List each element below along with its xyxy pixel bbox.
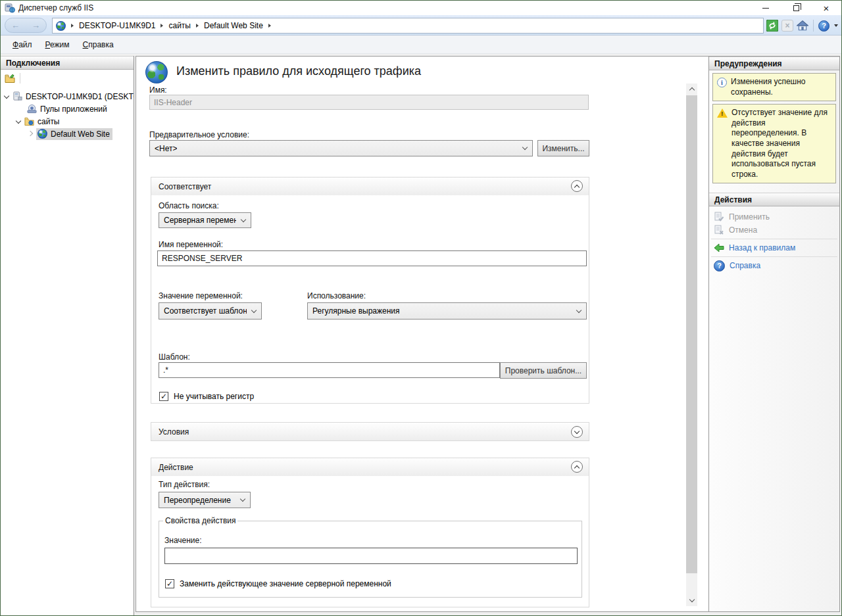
breadcrumb-arrow-icon [196, 24, 199, 28]
workspace: Подключения DESKTOP-U1MK9D1 (DESKTOP Пул… [1, 54, 841, 615]
action-type-label: Тип действия: [159, 480, 210, 489]
close-button[interactable]: × [811, 1, 841, 15]
toolbar-separator [20, 73, 20, 83]
using-select[interactable]: Регулярные выражения [307, 302, 587, 320]
address-bar: ← → DESKTOP-U1MK9D1 сайты Default Web Si… [1, 15, 841, 36]
breadcrumb-item-server[interactable]: DESKTOP-U1MK9D1 [79, 21, 155, 30]
tree-item-label: Пулы приложений [40, 105, 107, 114]
breadcrumb: DESKTOP-U1MK9D1 сайты Default Web Site [52, 18, 764, 34]
collapse-chevron-icon[interactable] [16, 118, 21, 123]
minimize-button[interactable] [751, 1, 781, 15]
expand-section-button[interactable] [571, 426, 583, 438]
title-bar: Диспетчер служб IIS × [1, 1, 841, 15]
actions-header: Действия [709, 193, 839, 206]
close-icon: × [824, 3, 830, 13]
action-properties-group: Свойства действия Значение: Заменить дей… [159, 516, 582, 598]
variable-value-label: Значение переменной: [159, 291, 243, 300]
stop-icon: × [781, 20, 793, 32]
tree-item-sites[interactable]: сайты [1, 115, 134, 128]
action-section: Действие Тип действия: Переопределение С… [151, 458, 589, 607]
alerts-header: Предупреждения [709, 57, 839, 70]
connections-tree: DESKTOP-U1MK9D1 (DESKTOP Пулы приложений… [1, 87, 134, 140]
back-to-rules-link[interactable]: Назад к правилам [709, 241, 839, 254]
conditions-section: Условия [151, 422, 589, 441]
help-icon[interactable]: ? [818, 20, 830, 32]
action-value-input[interactable] [164, 548, 578, 564]
chevron-down-icon [241, 216, 246, 222]
scroll-up-button[interactable] [686, 83, 697, 95]
help-label: Справка [730, 261, 760, 270]
help-link[interactable]: ? Справка [709, 259, 839, 272]
breadcrumb-arrow-icon [71, 24, 74, 28]
scrollbar-thumb[interactable] [686, 95, 697, 573]
app-pools-icon [27, 104, 37, 114]
refresh-icon[interactable] [766, 20, 778, 32]
back-button[interactable]: ← [11, 20, 20, 30]
connections-toolbar [1, 70, 134, 87]
divider [711, 256, 837, 257]
action-section-header[interactable]: Действие [151, 458, 589, 476]
menu-file[interactable]: Файл [6, 40, 39, 49]
collapse-section-button[interactable] [571, 180, 583, 192]
chevron-down-icon [576, 307, 582, 312]
scroll-down-button[interactable] [686, 595, 697, 606]
replace-value-checkbox-row: Заменить действующее значение серверной … [165, 579, 391, 588]
help-dropdown-icon[interactable] [834, 24, 838, 27]
expand-chevron-icon[interactable] [28, 130, 33, 135]
action-type-select[interactable]: Переопределение [159, 492, 251, 508]
variable-value-select[interactable]: Соответствует шаблону [159, 302, 262, 320]
warning-icon [717, 108, 728, 118]
page-title: Изменить правило для исходящего трафика [176, 64, 421, 78]
tree-item-server[interactable]: DESKTOP-U1MK9D1 (DESKTOP [1, 90, 134, 103]
collapse-section-button[interactable] [571, 461, 583, 473]
sites-folder-icon [24, 116, 34, 126]
chevron-up-icon [689, 87, 694, 93]
collapse-chevron-icon[interactable] [4, 93, 9, 98]
test-pattern-button[interactable]: Проверить шаблон... [500, 362, 587, 379]
edit-precondition-button[interactable]: Изменить... [537, 140, 589, 156]
chevron-down-icon [574, 428, 580, 433]
restore-icon [793, 5, 799, 11]
chevron-down-icon [522, 145, 528, 150]
pattern-input[interactable] [159, 362, 500, 378]
back-label: Назад к правилам [729, 243, 795, 252]
menu-view[interactable]: Режим [39, 40, 76, 49]
feature-globe-icon [145, 61, 168, 83]
forward-button[interactable]: → [32, 20, 40, 30]
app-icon [5, 3, 15, 13]
server-icon [12, 91, 22, 101]
toolbar-separator [813, 20, 814, 32]
minimize-icon [762, 8, 769, 9]
cancel-action: Отмена [709, 224, 839, 237]
iis-manager-window: Диспетчер служб IIS × ← → DESKTOP-U1MK9D… [0, 0, 842, 616]
variable-name-input[interactable] [157, 250, 587, 266]
match-section-header[interactable]: Соответствует [151, 178, 589, 195]
name-label: Имя: [149, 85, 167, 95]
menu-bar: Файл Режим Справка [1, 36, 841, 54]
back-arrow-icon [714, 243, 724, 253]
menu-help[interactable]: Справка [76, 40, 120, 49]
connections-header: Подключения [1, 56, 134, 70]
window-title: Диспетчер служб IIS [18, 3, 93, 12]
scope-select[interactable]: Серверная переменн [159, 212, 251, 228]
actions-list: Применить Отмена Назад к правилам ? Спра… [709, 206, 839, 272]
breadcrumb-item-site[interactable]: Default Web Site [204, 21, 263, 30]
apply-icon [714, 212, 724, 222]
tree-item-app-pools[interactable]: Пулы приложений [1, 103, 134, 115]
home-icon[interactable] [797, 20, 808, 32]
help-icon: ? [714, 260, 725, 272]
save-connection-icon[interactable] [5, 73, 15, 83]
replace-value-checkbox[interactable] [165, 579, 174, 588]
site-globe-icon [37, 129, 47, 139]
server-globe-icon [56, 21, 66, 31]
tree-item-default-web-site[interactable]: Default Web Site [1, 128, 134, 140]
conditions-section-header[interactable]: Условия [151, 423, 589, 440]
tree-item-label: сайты [37, 117, 60, 126]
cancel-label: Отмена [729, 225, 757, 235]
ignore-case-checkbox[interactable] [159, 392, 168, 401]
vertical-scrollbar[interactable] [686, 83, 697, 606]
feature-pane: Изменить правило для исходящего трафика … [136, 56, 709, 612]
breadcrumb-item-sites[interactable]: сайты [168, 21, 191, 30]
precondition-select[interactable]: <Нет> [149, 140, 533, 156]
restore-button[interactable] [781, 1, 811, 15]
